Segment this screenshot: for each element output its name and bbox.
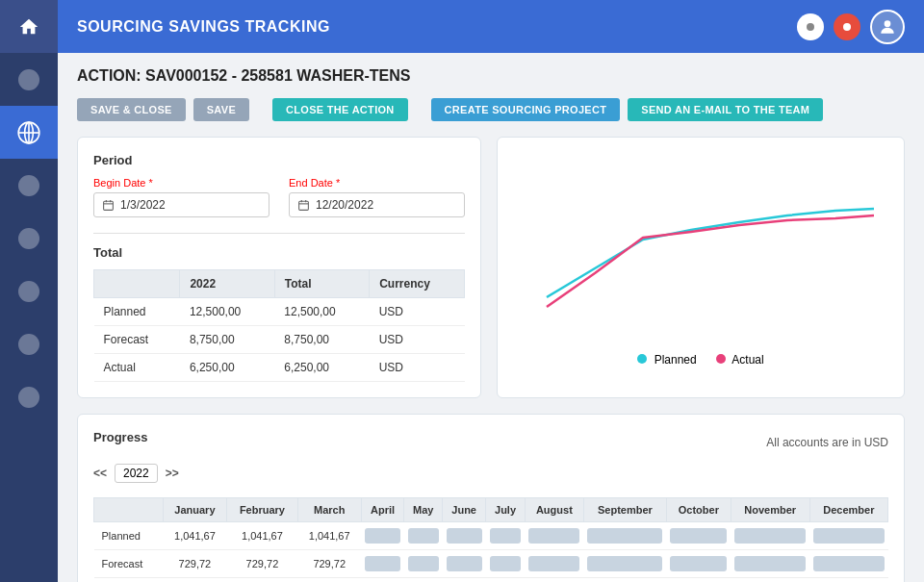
chart-area (513, 153, 888, 345)
savings-chart (513, 153, 888, 336)
col-currency: Currency (370, 270, 465, 298)
svg-point-4 (807, 23, 814, 31)
month-header: October (666, 498, 731, 522)
begin-date-field: Begin Date * 1/3/2022 (93, 177, 270, 217)
svg-point-5 (843, 23, 851, 31)
col-total: Total (274, 270, 369, 298)
progress-cell-value: 1,041,67 (227, 522, 297, 550)
alert-icon (842, 22, 852, 32)
begin-date-label: Begin Date * (93, 177, 270, 189)
table-row: Actual 6,250,00 6,250,00 USD (94, 354, 465, 382)
bar-cell (813, 528, 884, 544)
progress-cell (666, 578, 731, 583)
usd-note: All accounts are in USD (766, 436, 888, 449)
month-header: January (163, 498, 227, 522)
create-project-button[interactable]: CREATE SOURCING PROJECT (431, 98, 621, 121)
progress-cell (583, 578, 666, 583)
progress-cell (583, 550, 666, 578)
progress-cell (666, 522, 731, 550)
prev-year-button[interactable]: << (93, 467, 107, 480)
sidebar-dot-3 (18, 175, 39, 196)
progress-row-label: Actual (94, 578, 164, 583)
save-close-button[interactable]: SAVE & CLOSE (77, 98, 186, 121)
header-dot-white[interactable] (797, 13, 824, 40)
col-row-label (94, 270, 180, 298)
progress-table: JanuaryFebruaryMarchAprilMayJuneJulyAugu… (93, 497, 888, 582)
close-action-button[interactable]: CLOSE THE ACTION (272, 98, 408, 121)
app-header: SOURCING SAVINGS TRACKING (58, 0, 924, 53)
sidebar-item-7[interactable] (0, 370, 58, 423)
sidebar-dot-5 (18, 281, 39, 302)
row-total: 6,250,00 (274, 354, 369, 382)
year-display: 2022 (115, 464, 158, 483)
sidebar-item-5[interactable] (0, 265, 58, 317)
row-year: 6,250,00 (180, 354, 274, 382)
row-total: 8,750,00 (274, 326, 369, 354)
sidebar-item-1[interactable] (0, 53, 58, 106)
begin-date-input[interactable]: 1/3/2022 (93, 192, 270, 217)
bar-cell (447, 528, 482, 544)
right-panel: Planned Actual (497, 137, 905, 398)
month-header: July (486, 498, 525, 522)
action-title: ACTION: SAV000152 - 258581 WASHER-TENS (77, 67, 905, 85)
col-2022: 2022 (180, 270, 274, 298)
progress-cell (525, 522, 583, 550)
month-header: December (809, 498, 887, 522)
year-navigation: << 2022 >> (93, 464, 888, 483)
row-total: 12,500,00 (274, 298, 369, 326)
progress-cell (443, 522, 486, 550)
legend-actual: Actual (716, 353, 764, 367)
row-year: 12,500,00 (180, 298, 274, 326)
chart-legend: Planned Actual (513, 353, 888, 367)
calendar-icon-2 (297, 199, 310, 212)
progress-row: Actual1,250,001,250,001,250,00 (94, 578, 888, 583)
bar-cell (365, 528, 399, 544)
end-date-input[interactable]: 12/20/2022 (289, 192, 465, 217)
bar-cell (490, 528, 521, 544)
header-dot-red[interactable] (834, 13, 860, 40)
table-row: Forecast 8,750,00 8,750,00 USD (94, 326, 465, 354)
planned-dot (637, 354, 647, 364)
user-avatar[interactable] (870, 10, 905, 44)
left-panel: Period Begin Date * 1/3/2022 End Dat (77, 137, 481, 398)
sidebar-item-4[interactable] (0, 212, 58, 265)
progress-cell (731, 578, 809, 583)
sidebar (0, 0, 58, 582)
send-email-button[interactable]: SEND AN E-MAIL TO THE TEAM (628, 98, 823, 121)
month-header: March (297, 498, 361, 522)
sidebar-home-button[interactable] (0, 0, 58, 53)
bar-cell (670, 528, 727, 544)
sidebar-dot-4 (18, 228, 39, 249)
main-panels: Period Begin Date * 1/3/2022 End Dat (77, 137, 905, 398)
progress-cell (486, 578, 525, 583)
progress-cell (404, 522, 443, 550)
svg-point-6 (885, 20, 891, 27)
sidebar-item-3[interactable] (0, 159, 58, 212)
circle-icon (806, 22, 815, 32)
app-title: SOURCING SAVINGS TRACKING (77, 18, 330, 36)
table-row: Planned 12,500,00 12,500,00 USD (94, 298, 465, 326)
bar-cell (365, 556, 399, 571)
bar-cell (408, 528, 439, 544)
progress-cell-value: 1,041,67 (297, 522, 361, 550)
progress-section: Progress All accounts are in USD << 2022… (77, 414, 905, 582)
main-content: SOURCING SAVINGS TRACKING ACTION: SAV000… (58, 0, 924, 582)
progress-cell (361, 522, 403, 550)
sidebar-item-globe[interactable] (0, 106, 58, 159)
bar-cell (587, 528, 662, 544)
month-header: May (404, 498, 443, 522)
svg-rect-11 (299, 201, 309, 210)
sidebar-dot-6 (18, 334, 39, 355)
save-button[interactable]: SAVE (193, 98, 249, 121)
bar-cell (670, 556, 727, 571)
sidebar-item-6[interactable] (0, 317, 58, 370)
progress-row-label: Forecast (94, 550, 164, 578)
row-currency: USD (370, 298, 465, 326)
next-year-button[interactable]: >> (166, 467, 179, 480)
progress-header-row: JanuaryFebruaryMarchAprilMayJuneJulyAugu… (94, 498, 888, 522)
progress-row: Forecast729,72729,72729,72 (94, 550, 888, 578)
page-body: ACTION: SAV000152 - 258581 WASHER-TENS S… (58, 53, 924, 582)
legend-planned: Planned (637, 353, 696, 367)
progress-cell (361, 578, 403, 583)
progress-cell-value: 729,72 (297, 550, 361, 578)
